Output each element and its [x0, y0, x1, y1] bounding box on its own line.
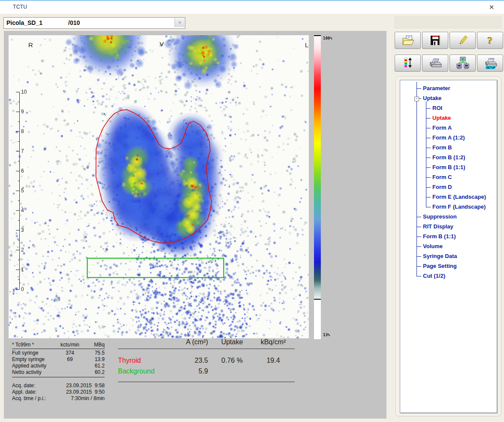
scintigram-image[interactable]: R V L	[9, 35, 309, 338]
tree-item-form-a-1-2[interactable]: Form A (1:2)	[400, 133, 495, 143]
chevron-down-icon[interactable]: ˅	[175, 18, 184, 27]
tree-item-label: Form B	[432, 144, 452, 151]
area-column-header: A (cm²)	[174, 338, 212, 346]
date-label: Appl. date:	[12, 389, 51, 395]
colorbar-min-label: 13%	[323, 333, 330, 337]
kcts-column-header: kcts/min	[58, 342, 81, 348]
tree-item-form-b-1-1[interactable]: Form B (1:1)	[400, 163, 495, 173]
tree-item-label: Uptake	[432, 115, 451, 121]
row-kcts: 69	[58, 356, 81, 363]
close-icon[interactable]: ✕	[484, 3, 499, 12]
tree-item-cut-1-2[interactable]: Cut (1/2)	[400, 271, 495, 281]
tree-item-label: ROI	[432, 105, 442, 111]
tree-connector	[416, 266, 421, 267]
thyroid-kbq: 19.4	[252, 355, 295, 366]
tree-connector	[416, 276, 421, 276]
tree-item-label: Syringe Data	[423, 253, 457, 259]
status-bar	[395, 16, 501, 28]
thyroid-uptake: 0.76 %	[212, 355, 252, 366]
date-value: 23.09.2015 9:58	[51, 383, 105, 389]
tree-item-uptake[interactable]: Uptake	[400, 113, 495, 123]
row-mbq: 13.9	[81, 356, 105, 363]
background-area: 5.9	[174, 366, 212, 376]
appl-date-row: Appl. date: 23.09.2015 9:50	[12, 389, 105, 395]
menu-tree: ParameterUptake−ROIUptakeForm AForm A (1…	[400, 80, 497, 413]
tree-connector	[416, 246, 421, 247]
tree-item-volume[interactable]: Volume	[400, 242, 495, 252]
window-title: TCTU	[13, 4, 27, 10]
row-label: Full syringe	[12, 350, 58, 356]
study-number: /010	[68, 19, 80, 26]
row-mbq: 60.2	[81, 369, 105, 376]
syringe-data-table: * Tc99m * kcts/min MBq Full syringe 374 …	[12, 342, 105, 402]
background-result-row: Background 5.9	[118, 366, 295, 376]
main-panel: R V L 100% 13% * Tc99m * kcts/min MBq Fu…	[4, 31, 386, 419]
edit-button[interactable]	[450, 32, 476, 49]
tree-connector	[416, 227, 421, 227]
tree-item-form-a[interactable]: Form A	[400, 123, 495, 133]
tree-item-form-e-landscape[interactable]: Form E (Landscape)	[400, 192, 495, 202]
tree-connector	[426, 187, 431, 188]
tree-connector	[416, 217, 421, 217]
save-button[interactable]	[422, 32, 448, 49]
tree-connector	[426, 118, 431, 118]
menu-tree-panel: ParameterUptake−ROIUptakeForm AForm A (1…	[395, 76, 501, 416]
table-row: Applied activity 61.2	[12, 363, 105, 369]
row-kcts	[58, 369, 81, 376]
tree-item-parameter[interactable]: Parameter	[400, 84, 495, 94]
tree-item-page-setting[interactable]: Page Setting	[400, 261, 495, 271]
tree-item-rit-display[interactable]: RIT Display	[400, 222, 495, 232]
tree-connector	[426, 138, 431, 138]
tree-item-label: Volume	[423, 243, 443, 249]
tree-item-syringe-data[interactable]: Syringe Data	[400, 252, 495, 261]
tree-item-label: Cut (1/2)	[423, 273, 445, 279]
print-button[interactable]	[422, 55, 448, 72]
date-label: Acq. date:	[12, 383, 51, 389]
spacer	[118, 338, 174, 346]
acq-date-row: Acq. date: 23.09.2015 9:58	[12, 383, 105, 389]
collapse-icon[interactable]: −	[414, 97, 419, 101]
tree-connector	[426, 148, 431, 148]
color-scale-bar	[314, 35, 321, 339]
thyroid-area: 23.5	[174, 355, 212, 366]
printer-setup-button[interactable]: SETUP	[477, 55, 503, 72]
results-header: A (cm²) Uptake kBq/cm²	[118, 338, 295, 349]
tree-item-form-b-1-1[interactable]: Form B (1:1)	[400, 232, 495, 242]
tree-connector	[426, 207, 431, 207]
tree-item-label: Form A	[432, 124, 452, 131]
tree-item-roi[interactable]: ROI	[400, 103, 495, 113]
tree-item-label: Form E (Landscape)	[432, 194, 486, 200]
tree-item-form-d[interactable]: Form D	[400, 182, 495, 192]
tree-item-label: Form A (1:2)	[432, 134, 465, 141]
tree-item-label: RIT Display	[423, 223, 453, 230]
acq-time-row: Acq. time / p.i.: 7:30min / 8min	[12, 395, 105, 402]
thyroid-result-row: Thyroid 23.5 0.76 % 19.4	[118, 355, 295, 366]
row-mbq: 61.2	[81, 363, 105, 369]
table-row: Full syringe 374 75.5	[12, 350, 105, 356]
tctu-window: TCTU ✕ Picola_SD_1 /010 ˅ R V L 100% 13%…	[0, 0, 504, 422]
tree-item-form-f-landscape[interactable]: Form F (Landscape)	[400, 202, 495, 212]
row-mbq: 75.5	[81, 350, 105, 356]
tree-connector	[426, 197, 431, 197]
open-button[interactable]	[395, 32, 421, 49]
tree-item-label: Form B (1:1)	[432, 164, 465, 170]
help-button[interactable]: ?	[477, 32, 503, 49]
orientation-label-left: L	[305, 41, 308, 49]
tree-item-form-b[interactable]: Form B	[400, 143, 495, 153]
background-label: Background	[118, 366, 174, 376]
study-selector-dropdown[interactable]: Picola_SD_1 /010 ˅	[3, 17, 185, 29]
tree-item-form-c[interactable]: Form C	[400, 173, 495, 182]
uptake-column-header: Uptake	[212, 338, 252, 346]
tree-connector	[416, 88, 421, 89]
tree-connector	[416, 237, 421, 237]
mbq-column-header: MBq	[81, 342, 105, 348]
tree-item-label: Form B (1:2)	[432, 154, 465, 161]
network-button[interactable]	[450, 55, 476, 72]
tree-item-suppression[interactable]: Suppression	[400, 212, 495, 222]
color-scale-button[interactable]	[395, 55, 421, 72]
scintigram-canvas[interactable]	[9, 35, 309, 338]
tree-item-form-b-1-2[interactable]: Form B (1:2)	[400, 153, 495, 163]
table-row: Empty syringe 69 13.9	[12, 356, 105, 363]
table-row: Netto activity 60.2	[12, 369, 105, 376]
tree-connector	[426, 167, 431, 168]
